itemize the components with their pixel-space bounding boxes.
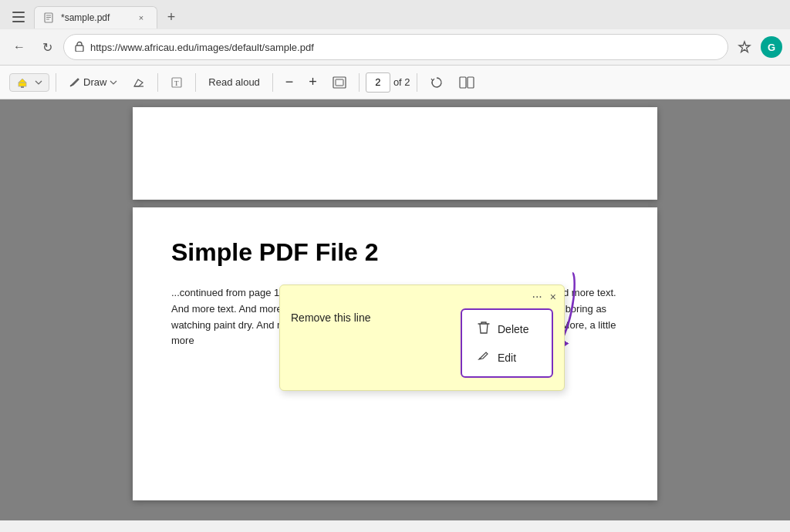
svg-rect-14 bbox=[333, 77, 346, 88]
svg-rect-16 bbox=[460, 77, 466, 88]
annotation-popup: ··· × Remove this line Delete bbox=[279, 285, 565, 391]
svg-rect-0 bbox=[12, 12, 25, 13]
eraser-tool-btn[interactable] bbox=[127, 73, 151, 92]
svg-rect-10 bbox=[21, 86, 24, 88]
rotate-btn[interactable] bbox=[424, 72, 450, 93]
refresh-btn[interactable]: ↻ bbox=[35, 35, 59, 59]
new-tab-btn[interactable]: + bbox=[160, 6, 182, 28]
pdf-text-before: ...continued from page 1. bbox=[171, 287, 285, 298]
eraser-icon bbox=[133, 77, 145, 88]
read-aloud-btn[interactable]: Read aloud bbox=[202, 72, 266, 92]
read-aloud-label: Read aloud bbox=[208, 76, 260, 88]
two-page-btn[interactable] bbox=[453, 72, 481, 93]
highlighter-tool[interactable] bbox=[9, 73, 49, 92]
pdf-content-area: Simple PDF File 2 ...continued from page… bbox=[0, 99, 790, 520]
draw-icon bbox=[69, 76, 80, 88]
two-page-icon bbox=[459, 76, 474, 89]
favorites-btn[interactable] bbox=[733, 35, 756, 59]
pdf-toolbar: Draw T Read aloud − + of 2 bbox=[0, 66, 790, 99]
draw-tool-btn[interactable]: Draw bbox=[62, 72, 123, 92]
fit-page-icon bbox=[333, 76, 346, 89]
popup-body: Remove this line Delete bbox=[280, 305, 564, 390]
lock-icon bbox=[75, 41, 84, 54]
delete-icon bbox=[478, 321, 490, 338]
popup-more-btn[interactable]: ··· bbox=[528, 290, 545, 304]
total-pages: of 2 bbox=[393, 76, 410, 88]
svg-rect-17 bbox=[468, 77, 474, 88]
edit-label: Edit bbox=[498, 352, 516, 364]
svg-rect-2 bbox=[12, 21, 25, 22]
svg-rect-7 bbox=[76, 45, 83, 52]
svg-rect-15 bbox=[336, 79, 343, 86]
separator-3 bbox=[195, 73, 196, 92]
separator-1 bbox=[56, 73, 56, 92]
pdf-page-title: Simple PDF File 2 bbox=[171, 238, 619, 267]
draw-label: Draw bbox=[83, 76, 106, 88]
rotate-icon bbox=[430, 76, 444, 89]
separator-5 bbox=[359, 73, 360, 92]
popup-close-btn[interactable]: × bbox=[550, 290, 556, 304]
popup-container: ··· × Remove this line Delete bbox=[279, 285, 565, 391]
fit-page-btn[interactable] bbox=[326, 72, 353, 93]
draw-chevron-icon bbox=[110, 80, 117, 85]
tab-close-btn[interactable]: × bbox=[135, 12, 147, 24]
edit-icon bbox=[478, 350, 490, 365]
page-number-input[interactable] bbox=[366, 72, 390, 93]
separator-6 bbox=[417, 73, 417, 92]
active-tab[interactable]: *sample.pdf × bbox=[34, 6, 157, 29]
back-btn[interactable]: ← bbox=[8, 35, 31, 59]
popup-label: Remove this line bbox=[291, 308, 461, 378]
svg-rect-8 bbox=[19, 82, 26, 86]
delete-btn[interactable]: Delete bbox=[471, 316, 542, 342]
zoom-out-btn[interactable]: − bbox=[279, 72, 300, 92]
address-bar-row: ← ↻ https://www.africau.edu/images/defau… bbox=[0, 29, 790, 65]
edit-btn[interactable]: Edit bbox=[471, 345, 542, 370]
tab-title: *sample.pdf bbox=[61, 12, 129, 23]
sidebar-toggle-btn[interactable] bbox=[6, 5, 31, 29]
highlighter-chevron-icon bbox=[35, 80, 42, 85]
separator-4 bbox=[272, 73, 273, 92]
profile-btn[interactable]: G bbox=[761, 36, 782, 58]
svg-text:T: T bbox=[174, 79, 179, 87]
pdf-page-1 bbox=[133, 107, 657, 200]
tab-bar: *sample.pdf × + bbox=[0, 0, 790, 29]
popup-header: ··· × bbox=[280, 285, 564, 305]
highlighter-icon bbox=[16, 76, 29, 89]
svg-rect-1 bbox=[12, 16, 25, 18]
pdf-page-2: Simple PDF File 2 ...continued from page… bbox=[133, 207, 657, 500]
browser-chrome: *sample.pdf × + ← ↻ https://www.africau.… bbox=[0, 0, 790, 66]
popup-actions: Delete Edit bbox=[461, 308, 553, 378]
text-tool-btn[interactable]: T bbox=[164, 72, 189, 93]
text-tool-icon: T bbox=[170, 76, 183, 89]
address-bar[interactable]: https://www.africau.edu/images/default/s… bbox=[63, 34, 728, 60]
zoom-in-btn[interactable]: + bbox=[302, 72, 323, 92]
tab-pdf-icon bbox=[44, 12, 55, 23]
delete-label: Delete bbox=[498, 323, 528, 335]
separator-2 bbox=[157, 73, 158, 92]
url-text: https://www.africau.edu/images/default/s… bbox=[90, 42, 717, 53]
svg-marker-9 bbox=[19, 79, 26, 82]
